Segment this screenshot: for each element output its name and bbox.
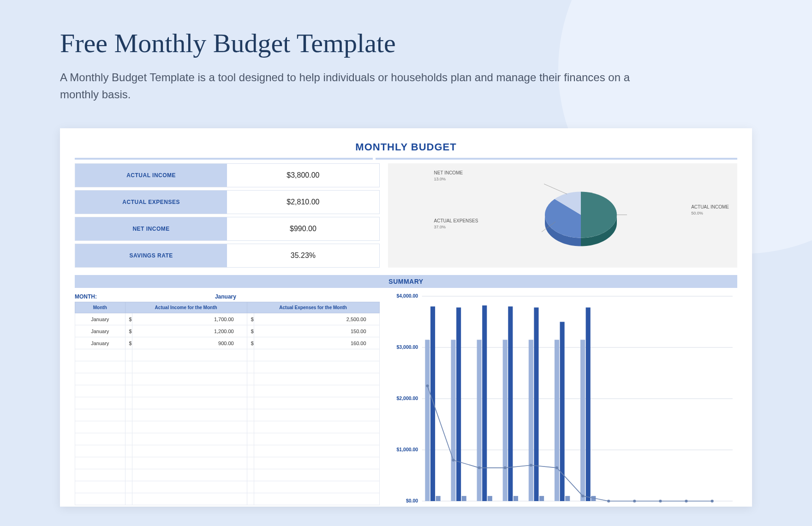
svg-rect-38 [585,308,590,502]
kpi-row: SAVINGS RATE35.23% [75,244,380,268]
svg-rect-33 [554,340,559,502]
svg-rect-14 [430,307,435,502]
kpi-row: ACTUAL INCOME$3,800.00 [75,163,380,187]
month-label: MONTH: [75,293,175,300]
svg-rect-22 [482,305,487,501]
svg-rect-23 [487,496,492,501]
svg-text:November: November [684,507,704,507]
page-description: A Monthly Budget Template is a tool desi… [60,69,651,103]
table-row: January$1,200.00$150.00 [75,325,380,337]
svg-text:January: January [427,507,442,507]
table-row: January$1,700.00$2,500.00 [75,313,380,325]
svg-rect-18 [456,308,461,502]
svg-rect-19 [461,496,466,501]
kpi-table: ACTUAL INCOME$3,800.00ACTUAL EXPENSES$2,… [75,163,380,270]
svg-text:$2,000.00: $2,000.00 [396,396,418,401]
svg-point-55 [659,500,662,502]
svg-rect-31 [539,496,544,501]
svg-point-57 [710,500,713,502]
table-row [75,469,380,481]
kpi-row: ACTUAL EXPENSES$2,810.00 [75,190,380,214]
table-header-income: Actual Income for the Month [125,302,247,313]
svg-rect-34 [560,322,564,502]
svg-text:$1,000.00: $1,000.00 [396,448,418,453]
table-row [75,361,380,373]
summary-heading: SUMMARY [75,275,737,288]
kpi-value: $3,800.00 [227,164,379,187]
svg-text:September: September [632,507,652,507]
pie-label-income: ACTUAL INCOME50.0% [691,204,729,216]
svg-rect-21 [477,340,481,502]
spreadsheet-preview: MONTHLY BUDGET ACTUAL INCOME$3,800.00ACT… [60,128,752,507]
page-title: Free Monthly Budget Template [60,28,752,59]
table-row [75,409,380,421]
svg-text:June: June [560,507,569,507]
kpi-value: $2,810.00 [227,191,379,214]
svg-text:March: March [481,507,492,507]
table-row [75,493,380,505]
svg-point-52 [581,495,584,497]
table-row [75,349,380,361]
svg-rect-27 [513,496,518,501]
svg-point-56 [685,500,687,502]
svg-line-0 [544,184,567,194]
kpi-value: 35.23% [227,244,379,267]
svg-text:$0.00: $0.00 [406,499,418,504]
svg-rect-13 [425,340,430,502]
svg-point-47 [452,459,454,462]
svg-rect-30 [534,308,538,502]
table-row [75,373,380,385]
svg-point-49 [503,466,506,469]
table-row [75,421,380,433]
month-value: January [175,293,276,300]
pie-label-expenses: ACTUAL EXPENSES37.0% [434,218,478,230]
svg-point-51 [555,466,558,469]
svg-text:April: April [508,507,517,507]
svg-text:May: May [534,507,542,507]
svg-text:$4,000.00: $4,000.00 [396,294,418,299]
svg-text:July: July [586,507,594,507]
table-row [75,445,380,457]
table-row: January$900.00$160.00 [75,337,380,349]
table-row [75,385,380,397]
svg-rect-37 [580,340,585,502]
svg-rect-29 [528,340,533,502]
svg-point-50 [529,464,532,467]
svg-rect-17 [451,340,455,502]
svg-text:August: August [609,507,623,507]
kpi-value: $990.00 [227,217,379,240]
svg-text:$3,000.00: $3,000.00 [396,345,418,350]
svg-rect-26 [508,307,513,502]
svg-text:February: February [452,507,469,507]
kpi-label: NET INCOME [75,217,227,240]
table-row [75,397,380,409]
svg-rect-15 [436,496,440,501]
svg-point-53 [607,500,610,502]
sheet-title: MONTHLY BUDGET [75,141,737,153]
table-header-month: Month [75,302,125,313]
svg-text:October: October [660,507,675,507]
bar-chart: $0.00$1,000.00$2,000.00$3,000.00$4,000.0… [388,292,737,507]
svg-point-48 [478,466,480,469]
svg-point-54 [633,500,636,502]
svg-point-46 [426,385,429,388]
month-selector-row: MONTH: January [75,292,380,302]
table-row [75,433,380,445]
pie-label-net: NET INCOME13.0% [434,170,463,182]
kpi-label: ACTUAL INCOME [75,164,227,187]
table-header-expenses: Actual Expenses for the Month [247,302,379,313]
kpi-label: ACTUAL EXPENSES [75,191,227,214]
pie-chart: NET INCOME13.0% ACTUAL EXPENSES37.0% ACT… [388,163,737,268]
table-row [75,481,380,493]
divider [75,158,737,160]
kpi-row: NET INCOME$990.00 [75,217,380,241]
summary-table: Month Actual Income for the Month Actual… [75,302,380,505]
table-row [75,457,380,469]
svg-rect-25 [502,340,507,502]
svg-text:December: December [710,507,729,507]
svg-rect-35 [565,496,570,501]
kpi-label: SAVINGS RATE [75,244,227,267]
